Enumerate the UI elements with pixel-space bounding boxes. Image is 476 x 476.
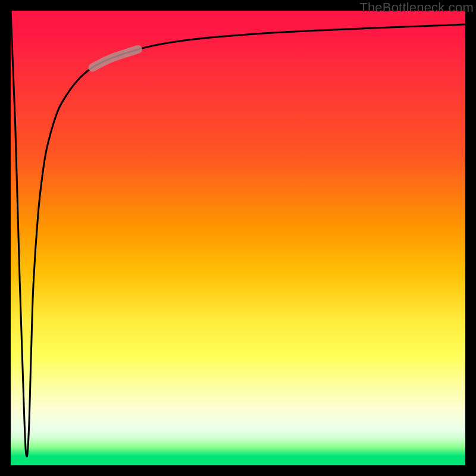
curve-highlight-segment xyxy=(93,49,138,68)
attribution-text: TheBottleneck.com xyxy=(359,0,474,15)
bottleneck-curve xyxy=(11,11,465,456)
curve-svg xyxy=(11,11,465,465)
plot-area xyxy=(11,11,465,465)
chart-frame: TheBottleneck.com xyxy=(0,0,476,476)
